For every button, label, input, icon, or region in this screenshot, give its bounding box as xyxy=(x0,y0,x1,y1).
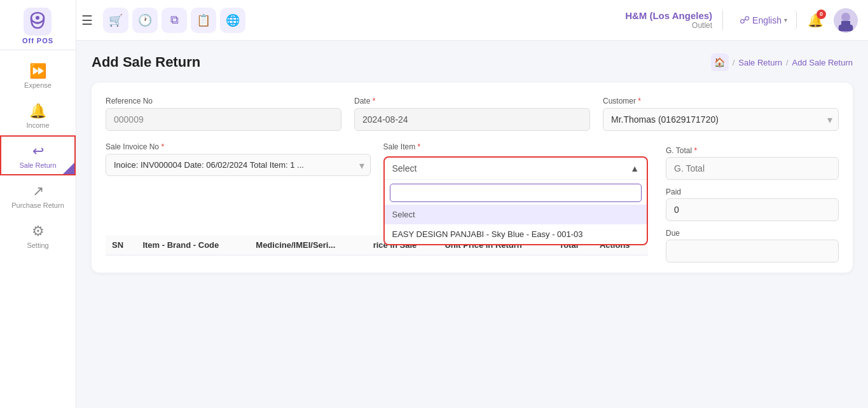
svg-rect-0 xyxy=(24,8,52,36)
paid-group: Paid xyxy=(666,187,839,221)
col-medicine: Medicine/IMEI/Seri... xyxy=(249,235,366,255)
date-req: * xyxy=(373,97,376,105)
notification-button[interactable]: 🔔 0 xyxy=(803,8,827,32)
sidebar-item-expense[interactable]: ⏩ Expense xyxy=(0,55,76,95)
sidebar-item-setting-label: Setting xyxy=(27,241,48,249)
form-row-main: Sale Invoice No * Inoice: INV000004 Date… xyxy=(106,142,839,262)
sidebar-item-purchase-return[interactable]: ↗ Purchase Return xyxy=(0,175,76,215)
logo-icon xyxy=(24,8,52,36)
customer-label: Customer * xyxy=(603,97,839,105)
sale-item-search-input[interactable] xyxy=(390,184,642,202)
lang-chevron-icon: ▾ xyxy=(784,17,787,24)
sidebar-item-expense-label: Expense xyxy=(24,81,52,89)
sale-invoice-select[interactable]: Inoice: INV000004 Date: 06/02/2024 Total… xyxy=(106,154,371,176)
sale-invoice-req: * xyxy=(161,142,164,151)
breadcrumb-add-sale-return: Add Sale Return xyxy=(792,58,853,67)
form-row-1: Reference No Date * Customer * Mr.Thomas… xyxy=(106,97,839,131)
sale-item-placeholder: Select xyxy=(392,163,417,173)
left-section: Sale Invoice No * Inoice: INV000004 Date… xyxy=(106,142,648,255)
svg-rect-7 xyxy=(839,25,853,31)
user-avatar[interactable] xyxy=(834,8,858,32)
g-total-req: * xyxy=(694,146,697,155)
due-input[interactable] xyxy=(666,240,839,262)
form-card: Reference No Date * Customer * Mr.Thomas… xyxy=(92,83,853,273)
customer-select[interactable]: Mr.Thomas (01629171720) xyxy=(603,108,839,131)
page-title: Add Sale Return xyxy=(92,54,200,71)
notification-badge: 0 xyxy=(816,10,826,19)
menu-toggle-icon[interactable]: ☰ xyxy=(81,13,93,28)
breadcrumb-sep-2: / xyxy=(786,58,789,67)
date-input[interactable] xyxy=(354,108,590,131)
sale-item-select-row[interactable]: Select ▲ xyxy=(385,158,647,180)
home-breadcrumb-icon[interactable]: 🏠 xyxy=(711,53,729,71)
clock-icon-btn[interactable]: 🕐 xyxy=(132,8,158,33)
g-total-group: G. Total * xyxy=(666,146,839,180)
topnav-right: H&M (Los Angeles) Outlet ☍ English ▾ 🔔 0 xyxy=(625,8,858,32)
content-area: Add Sale Return 🏠 / Sale Return / Add Sa… xyxy=(76,41,868,408)
cart-icon-btn[interactable]: 🛒 xyxy=(103,8,128,33)
sale-item-req: * xyxy=(418,142,421,151)
col-item: Item - Brand - Code xyxy=(136,235,249,255)
customer-req: * xyxy=(638,97,641,105)
sale-item-dropdown[interactable]: Select ▲ Select EASY DESIGN PANJABI - Sk… xyxy=(383,156,649,245)
due-group: Due xyxy=(666,229,839,262)
logo-text: Off POS xyxy=(22,37,53,44)
reference-no-label: Reference No xyxy=(106,97,341,105)
sidebar-item-purchase-return-label: Purchase Return xyxy=(11,201,64,209)
store-info: H&M (Los Angeles) Outlet xyxy=(625,10,723,30)
date-label: Date * xyxy=(354,97,590,105)
g-total-label: G. Total * xyxy=(666,146,839,155)
income-icon: 🔔 xyxy=(29,103,46,119)
breadcrumb-sale-return[interactable]: Sale Return xyxy=(738,58,782,67)
svg-point-2 xyxy=(36,16,39,20)
customer-group: Customer * Mr.Thomas (01629171720) ▾ xyxy=(603,97,839,131)
layers-icon-btn[interactable]: ⧉ xyxy=(162,8,187,33)
sidebar-item-setting[interactable]: ⚙ Setting xyxy=(0,215,76,255)
breadcrumb-sep-1: / xyxy=(733,58,735,67)
paid-input[interactable] xyxy=(666,198,839,221)
topnav-icon-group: 🛒 🕐 ⧉ 📋 🌐 xyxy=(103,8,620,33)
book-icon-btn[interactable]: 📋 xyxy=(191,8,216,33)
right-panel: G. Total * Paid Due xyxy=(661,146,839,262)
sale-invoice-group: Sale Invoice No * Inoice: INV000004 Date… xyxy=(106,142,371,225)
reference-no-input[interactable] xyxy=(106,108,341,131)
language-label: English xyxy=(752,15,782,25)
g-total-input[interactable] xyxy=(666,157,839,180)
sidebar-item-sale-return[interactable]: ↩ Sale Return xyxy=(0,135,76,175)
sale-item-label: Sale Item * xyxy=(383,142,649,151)
store-type: Outlet xyxy=(692,21,712,30)
date-group: Date * xyxy=(354,97,590,131)
sidebar-item-income[interactable]: 🔔 Income xyxy=(0,95,76,135)
sidebar-nav: ⏩ Expense 🔔 Income ↩ Sale Return ↗ Purch… xyxy=(0,50,76,408)
translate-icon: ☍ xyxy=(740,14,750,26)
sale-invoice-label: Sale Invoice No * xyxy=(106,142,371,151)
setting-icon: ⚙ xyxy=(32,223,45,240)
svg-point-4 xyxy=(841,13,850,22)
expense-icon: ⏩ xyxy=(29,63,46,79)
purchase-return-icon: ↗ xyxy=(32,183,44,200)
sale-item-group: Sale Item * Select ▲ Select EASY DES xyxy=(383,142,649,225)
sidebar: Off POS ⏩ Expense 🔔 Income ↩ Sale Return… xyxy=(0,0,76,408)
due-label: Due xyxy=(666,229,839,238)
language-selector[interactable]: ☍ English ▾ xyxy=(733,10,797,30)
sidebar-item-sale-return-label: Sale Return xyxy=(19,161,56,169)
dropdown-option-item-1[interactable]: EASY DESIGN PANJABI - Sky Blue - Easy - … xyxy=(385,224,647,244)
reference-no-group: Reference No xyxy=(106,97,341,131)
store-name: H&M (Los Angeles) xyxy=(625,10,712,21)
breadcrumb: 🏠 / Sale Return / Add Sale Return xyxy=(711,53,853,71)
dropdown-option-select[interactable]: Select xyxy=(385,205,647,224)
page-header: Add Sale Return 🏠 / Sale Return / Add Sa… xyxy=(92,53,853,71)
form-row-2: Sale Invoice No * Inoice: INV000004 Date… xyxy=(106,142,648,225)
avatar-img xyxy=(834,8,858,32)
sale-return-icon: ↩ xyxy=(32,143,44,160)
main-area: ☰ 🛒 🕐 ⧉ 📋 🌐 H&M (Los Angeles) Outlet ☍ E… xyxy=(76,0,868,408)
sale-item-chevron-up-icon: ▲ xyxy=(630,163,639,173)
sidebar-item-income-label: Income xyxy=(26,121,49,129)
topnav: ☰ 🛒 🕐 ⧉ 📋 🌐 H&M (Los Angeles) Outlet ☍ E… xyxy=(76,0,868,41)
paid-label: Paid xyxy=(666,187,839,196)
col-sn: SN xyxy=(106,235,136,255)
active-corner xyxy=(64,164,74,174)
globe-icon-btn[interactable]: 🌐 xyxy=(220,8,245,33)
sidebar-logo: Off POS xyxy=(0,0,76,50)
